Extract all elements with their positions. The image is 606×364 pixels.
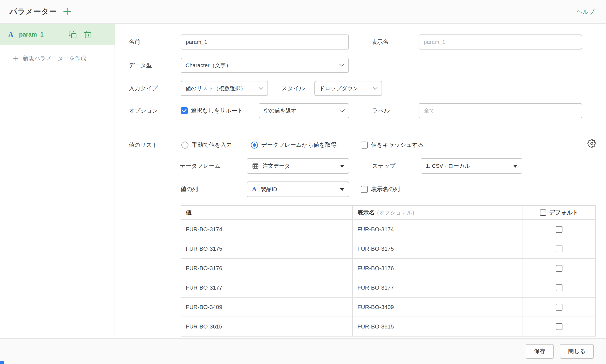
values-table: 値 表示名 (オプショナル) デフォルト FUR-BO-3174 FUR-BO-… — [181, 205, 596, 337]
display-name-input[interactable] — [419, 34, 582, 50]
display-name-label: 表示名 — [371, 34, 389, 50]
parameter-form: 名前 表示名 データ型 Character（文字） 入力タイプ 値のリスト（複数… — [116, 24, 606, 338]
copy-icon[interactable] — [68, 30, 77, 39]
row-value: FUR-BO-3177 — [186, 284, 222, 291]
values-table-header: 値 表示名 (オプショナル) デフォルト — [181, 206, 595, 219]
create-parameter-label: 新規パラメーターを作成 — [23, 54, 86, 62]
check-icon — [182, 109, 187, 113]
settings-gear-icon[interactable] — [587, 139, 596, 148]
from-dataframe-radio[interactable] — [251, 142, 258, 149]
input-type-label: 入力タイプ — [129, 81, 158, 96]
value-column-label-suffix: の列 — [186, 185, 198, 193]
label-input[interactable] — [419, 103, 582, 118]
default-all-checkbox[interactable] — [540, 209, 546, 216]
display-name-column-label-suffix: の列 — [388, 185, 400, 193]
row-display-name[interactable]: FUR-BO-3615 — [357, 323, 394, 330]
save-button[interactable]: 保存 — [526, 344, 554, 359]
default-checkbox[interactable] — [556, 284, 562, 291]
chevron-down-icon — [258, 87, 264, 90]
name-label: 名前 — [129, 34, 140, 50]
row-value: FUR-BO-3175 — [186, 246, 222, 252]
default-checkbox[interactable] — [556, 226, 562, 233]
display-name-column-label: 表示名 — [371, 185, 388, 193]
default-column-header: デフォルト — [549, 209, 579, 216]
options-label: オプション — [129, 103, 158, 118]
sidebar: A param_1 新規パラメーターを作成 — [0, 24, 115, 338]
label-field-label: ラベル — [372, 103, 390, 118]
sidebar-item-label: param_1 — [19, 31, 44, 38]
trash-icon[interactable] — [83, 30, 92, 39]
support-no-selection-checkbox[interactable] — [181, 107, 188, 114]
character-type-icon: A — [8, 31, 13, 39]
display-column-optional: (オプショナル) — [377, 209, 414, 216]
dataframe-label: データフレーム — [180, 158, 221, 174]
step-label: ステップ — [372, 158, 396, 174]
value-list-label: 値のリスト — [129, 137, 158, 152]
data-type-value: Character（文字） — [186, 62, 231, 69]
default-checkbox[interactable] — [556, 246, 562, 252]
dataframe-value: 注文データ — [263, 162, 290, 170]
help-link[interactable]: ヘルプ — [576, 0, 595, 23]
manual-values-radio[interactable] — [181, 142, 188, 149]
empty-value-label: 空の値を返す — [264, 107, 297, 114]
chevron-down-icon — [372, 87, 378, 90]
table-row: FUR-BO-3177 FUR-BO-3177 — [181, 278, 595, 297]
table-row: FUR-BO-3175 FUR-BO-3175 — [181, 239, 595, 258]
sidebar-item-param-1[interactable]: A param_1 — [0, 24, 115, 45]
row-display-name[interactable]: FUR-BO-3409 — [357, 304, 394, 311]
display-name-column-checkbox[interactable] — [361, 186, 368, 193]
add-parameter-icon[interactable] — [62, 7, 72, 17]
step-value: 1. CSV - ローカル — [426, 162, 470, 170]
style-value: ドロップダウン — [319, 85, 358, 92]
window-edge-artifact — [0, 361, 4, 364]
default-checkbox[interactable] — [556, 323, 562, 330]
default-checkbox[interactable] — [556, 265, 562, 272]
display-column-header: 表示名 — [357, 209, 375, 216]
data-type-select[interactable]: Character（文字） — [181, 58, 349, 73]
default-checkbox[interactable] — [556, 304, 562, 311]
table-row: FUR-BO-3615 FUR-BO-3615 — [181, 317, 595, 336]
name-input[interactable] — [181, 34, 349, 50]
footer-bar: 保存 閉じる — [0, 338, 606, 364]
page-title: パラメーター — [10, 0, 57, 23]
caret-down-icon — [340, 188, 344, 191]
from-dataframe-label: データフレームから値を取得 — [261, 141, 336, 149]
row-display-name[interactable]: FUR-BO-3175 — [357, 246, 394, 252]
cache-values-label: 値をキャッシュする — [371, 141, 424, 149]
plus-icon — [12, 55, 19, 62]
dataframe-icon — [252, 163, 259, 170]
chevron-down-icon — [339, 64, 345, 67]
caret-down-icon — [340, 165, 344, 168]
table-row: FUR-BO-3176 FUR-BO-3176 — [181, 258, 595, 278]
dataframe-dropdown[interactable]: 注文データ — [247, 158, 349, 174]
table-row: FUR-BO-3409 FUR-BO-3409 — [181, 297, 595, 317]
value-column-header: 値 — [186, 209, 192, 216]
input-type-select[interactable]: 値のリスト（複数選択） — [181, 81, 268, 96]
row-display-name[interactable]: FUR-BO-3176 — [357, 265, 394, 272]
value-column-dropdown[interactable]: A 製品ID — [247, 181, 349, 197]
step-dropdown[interactable]: 1. CSV - ローカル — [421, 158, 522, 174]
row-value: FUR-BO-3174 — [186, 226, 222, 233]
support-no-selection-label: 選択なしをサポート — [191, 107, 243, 115]
row-value: FUR-BO-3176 — [186, 265, 222, 272]
row-value: FUR-BO-3615 — [186, 323, 222, 330]
section-divider — [129, 130, 596, 130]
table-row: FUR-BO-3174 FUR-BO-3174 — [181, 219, 595, 239]
caret-down-icon — [513, 165, 517, 168]
close-button[interactable]: 閉じる — [560, 344, 594, 359]
value-column-label: 値 — [181, 185, 186, 193]
row-display-name[interactable]: FUR-BO-3177 — [357, 284, 394, 291]
header: パラメーター ヘルプ — [0, 0, 606, 24]
cache-values-checkbox[interactable] — [361, 142, 368, 149]
value-column-value: 製品ID — [261, 186, 277, 193]
input-type-value: 値のリスト（複数選択） — [186, 85, 246, 92]
empty-value-select[interactable]: 空の値を返す — [259, 103, 349, 118]
create-parameter-button[interactable]: 新規パラメーターを作成 — [12, 54, 86, 62]
row-display-name[interactable]: FUR-BO-3174 — [357, 226, 394, 233]
chevron-down-icon — [339, 109, 345, 113]
style-label: スタイル — [281, 81, 305, 96]
row-value: FUR-BO-3409 — [186, 304, 222, 311]
data-type-label: データ型 — [129, 58, 152, 73]
manual-values-label: 手動で値を入力 — [192, 141, 232, 149]
style-select[interactable]: ドロップダウン — [314, 81, 382, 96]
